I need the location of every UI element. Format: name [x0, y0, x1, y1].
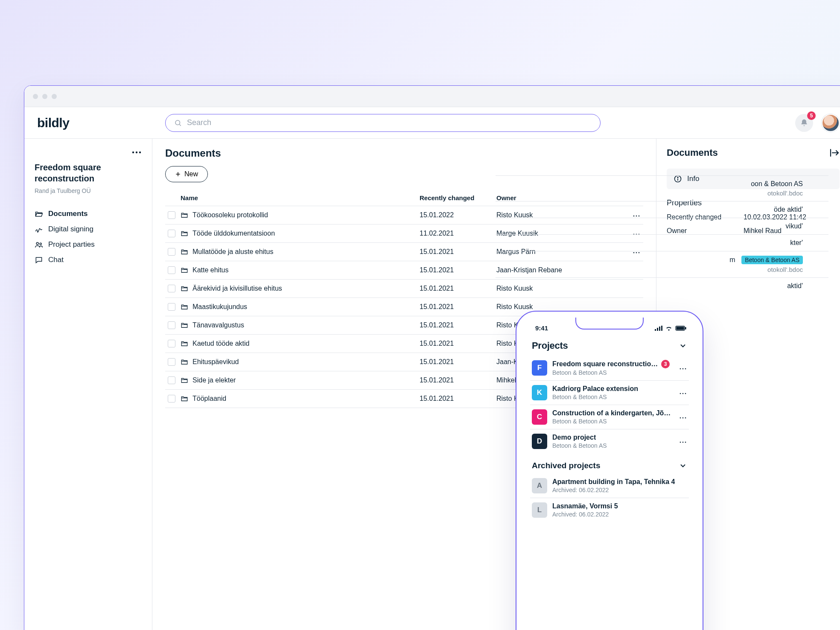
activity-feed-partial: oon & Betoon ASotokoll'.bdocöde aktid'vi… [496, 175, 828, 294]
folder-icon [181, 303, 188, 311]
more-horizontal-icon [679, 417, 687, 419]
svg-point-6 [40, 243, 41, 245]
row-changed: 15.01.2021 [417, 261, 494, 280]
sidebar-more-button[interactable] [35, 148, 142, 160]
signature-icon [35, 225, 43, 233]
more-horizontal-icon [679, 368, 687, 370]
project-item[interactable]: DDemo projectBetoon & Betoon AS [530, 429, 689, 453]
project-tile: L [532, 502, 547, 518]
folder-icon [181, 266, 188, 274]
panel-expand-icon[interactable] [829, 149, 840, 157]
nav-digital-signing[interactable]: Digital signing [35, 222, 142, 237]
svg-point-40 [682, 442, 684, 443]
activity-text-fragment: m [729, 256, 735, 263]
project-more-button[interactable] [679, 364, 687, 372]
app-logo[interactable]: bildly [37, 116, 165, 130]
row-checkbox[interactable] [168, 266, 175, 274]
new-button[interactable]: New [165, 166, 208, 182]
row-changed: 15.01.2022 [417, 206, 494, 225]
project-subtitle: Archived: 06.02.2022 [552, 511, 687, 518]
company-pill: Betoon & Betoon AS [741, 256, 803, 264]
activity-text-fragment: öde aktid' [774, 206, 803, 213]
project-tile: D [532, 434, 547, 449]
row-checkbox[interactable] [168, 303, 175, 311]
chevron-down-icon[interactable] [679, 461, 687, 470]
row-name: Tööplaanid [192, 395, 226, 402]
bell-icon [800, 119, 808, 127]
nav-documents[interactable]: Documents [35, 206, 142, 222]
folder-icon [181, 248, 188, 256]
row-changed: 15.01.2021 [417, 371, 494, 390]
row-name: Katte ehitus [192, 266, 229, 274]
activity-sub-fragment: otokoll'.bdoc [521, 190, 803, 197]
svg-rect-28 [685, 327, 686, 329]
folder-icon [181, 395, 188, 402]
folder-icon [181, 376, 188, 384]
activity-item-partial: m Betoon & Betoon ASotokoll'.bdoc [496, 251, 828, 277]
svg-point-32 [685, 368, 686, 370]
folder-open-icon [35, 210, 43, 218]
chevron-down-icon[interactable] [679, 341, 687, 350]
user-avatar[interactable] [822, 114, 840, 132]
svg-line-1 [179, 124, 181, 125]
row-checkbox[interactable] [168, 340, 175, 347]
search-placeholder: Search [187, 118, 211, 127]
project-title: Demo project [552, 434, 596, 441]
project-item[interactable]: FFreedom square reconstructio…3Betoon & … [530, 356, 689, 381]
signal-icon [655, 326, 662, 331]
row-checkbox[interactable] [168, 211, 175, 219]
more-horizontal-icon [679, 441, 687, 443]
row-checkbox[interactable] [168, 321, 175, 329]
project-item[interactable]: CConstruction of a kindergarten, JõgevaB… [530, 405, 689, 429]
traffic-light-minimize[interactable] [42, 94, 47, 99]
project-more-button[interactable] [679, 438, 687, 445]
svg-point-36 [680, 417, 681, 419]
activity-text-fragment: vikud' [786, 222, 803, 230]
svg-point-37 [682, 417, 684, 419]
app-window: bildly Search 5 Freedom square reconstru… [24, 85, 840, 630]
project-more-button[interactable] [679, 413, 687, 421]
activity-item-partial: oon & Betoon ASotokoll'.bdoc [496, 175, 828, 201]
col-name[interactable]: Name [178, 190, 417, 206]
row-checkbox[interactable] [168, 230, 175, 237]
svg-point-5 [36, 242, 38, 245]
svg-point-35 [685, 393, 686, 394]
sidebar: Freedom square reconstruction Rand ja Tu… [24, 139, 152, 630]
project-title: Apartment building in Tapa, Tehnika 4 [552, 478, 675, 486]
project-item[interactable]: KKadriorg Palace extensionBetoon & Betoo… [530, 381, 689, 405]
nav-project-parties[interactable]: Project parties [35, 237, 142, 252]
svg-rect-24 [657, 328, 658, 331]
nav-chat[interactable]: Chat [35, 252, 142, 268]
row-changed: 11.02.2021 [417, 225, 494, 243]
project-item[interactable]: LLasnamäe, Vormsi 5Archived: 06.02.2022 [530, 498, 689, 522]
svg-point-2 [132, 152, 134, 153]
search-input[interactable]: Search [165, 114, 601, 132]
project-subtitle: Betoon & Betoon AS [552, 442, 674, 449]
row-checkbox[interactable] [168, 285, 175, 292]
row-checkbox[interactable] [168, 395, 175, 402]
project-title: Construction of a kindergarten, Jõgeva [552, 409, 674, 417]
project-title: Freedom square reconstruction [35, 162, 142, 184]
notifications-button[interactable]: 5 [795, 114, 813, 132]
battery-icon [675, 326, 686, 331]
folder-icon [181, 211, 188, 219]
row-name: Mullatööde ja aluste ehitus [192, 248, 273, 256]
project-item[interactable]: AApartment building in Tapa, Tehnika 4Ar… [530, 474, 689, 498]
more-horizontal-icon [131, 151, 142, 154]
row-changed: 15.01.2021 [417, 316, 494, 335]
more-horizontal-icon [679, 392, 687, 395]
svg-point-31 [682, 368, 684, 370]
nav-label: Documents [48, 210, 88, 218]
col-changed[interactable]: Recently changed [417, 190, 494, 206]
svg-point-38 [685, 417, 686, 419]
project-more-button[interactable] [679, 389, 687, 397]
plus-icon [175, 171, 181, 177]
traffic-light-close[interactable] [33, 94, 38, 99]
row-checkbox[interactable] [168, 358, 175, 366]
row-checkbox[interactable] [168, 376, 175, 384]
traffic-light-zoom[interactable] [52, 94, 57, 99]
topbar: bildly Search 5 [24, 107, 840, 139]
project-subtitle: Betoon & Betoon AS [552, 394, 674, 400]
svg-point-39 [680, 442, 681, 443]
row-checkbox[interactable] [168, 248, 175, 256]
